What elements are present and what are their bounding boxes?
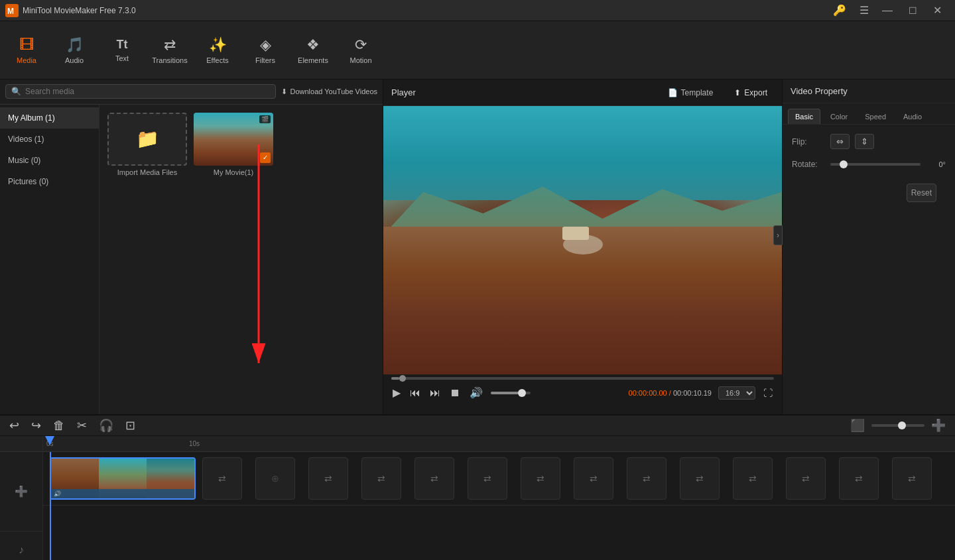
zoom-in-button[interactable]: ➕: [928, 416, 948, 435]
transition-slot-6[interactable]: ⇄: [468, 457, 507, 500]
transition-slot-14[interactable]: ⇄: [892, 457, 932, 500]
sidebar-item-pictures[interactable]: Pictures (0): [0, 171, 99, 192]
sidebar-item-my-album[interactable]: My Album (1): [0, 107, 99, 129]
rotate-slider[interactable]: [830, 163, 921, 166]
add-media-icon[interactable]: ➕: [15, 485, 28, 498]
video-frame: [383, 106, 782, 374]
toolbar-effects[interactable]: ✨ Effects: [194, 24, 241, 77]
menu-button[interactable]: ☰: [854, 0, 874, 21]
minimize-button[interactable]: —: [874, 0, 901, 21]
template-icon: 📄: [668, 88, 678, 97]
property-panel-title: Video Property: [791, 86, 848, 96]
transition-slot-13[interactable]: ⇄: [839, 457, 879, 500]
download-label: Download YouTube Videos: [290, 87, 378, 95]
fullscreen-button[interactable]: ⛶: [762, 386, 774, 400]
aspect-ratio-select[interactable]: 16:9 9:16 1:1 4:3: [718, 386, 755, 400]
toolbar-audio-label: Audio: [65, 56, 84, 64]
arrow-annotation: [219, 144, 325, 383]
time-separator: /: [667, 389, 673, 397]
transition-slot-7[interactable]: ⇄: [521, 457, 560, 500]
import-box[interactable]: 📁: [107, 113, 187, 166]
search-input[interactable]: [25, 87, 270, 96]
volume-fill: [491, 392, 519, 394]
download-youtube-button[interactable]: ⬇ Download YouTube Videos: [281, 87, 378, 96]
transition-slot-8[interactable]: ⇄: [574, 457, 613, 500]
zoom-control: ⬛ ➕: [848, 416, 948, 435]
timeline-body: ➕ ♪ 0s 10s: [0, 436, 955, 560]
ruler-tick-10s: 10s: [189, 440, 200, 447]
search-box[interactable]: 🔍: [5, 84, 276, 99]
toolbar-media-label: Media: [17, 56, 36, 64]
download-icon: ⬇: [281, 87, 287, 96]
toolbar-motion[interactable]: ⟳ Motion: [337, 24, 385, 77]
current-time: 00:00:00.00: [629, 389, 667, 397]
progress-thumb[interactable]: [399, 375, 406, 382]
clip-audio-bar: 🔊: [51, 489, 194, 498]
template-button[interactable]: 📄 Template: [661, 85, 720, 100]
skip-back-button[interactable]: ⏮: [409, 386, 422, 400]
transition-slot-11[interactable]: ⇄: [733, 457, 773, 500]
my-movie-thumb[interactable]: 🎬 ✓: [194, 113, 273, 166]
toolbar-elements[interactable]: ❖ Elements: [289, 24, 337, 77]
music-note-icon: ♪: [19, 544, 24, 556]
tab-speed[interactable]: Speed: [858, 109, 893, 124]
transition-slot-5[interactable]: ⇄: [414, 457, 454, 500]
delete-button[interactable]: 🗑: [50, 416, 68, 435]
transition-slot-2[interactable]: ⊕: [255, 457, 295, 500]
flip-row: Flip: ⇔ ⇕: [792, 134, 946, 149]
zoom-thumb[interactable]: [898, 421, 906, 429]
toolbar-filters[interactable]: ◈ Filters: [241, 24, 289, 77]
time-display: 00:00:00.00 / 00:00:10.19: [629, 389, 712, 397]
export-button[interactable]: ⬆ Export: [728, 85, 774, 100]
stop-button[interactable]: ⏹: [448, 386, 462, 400]
tab-audio[interactable]: Audio: [896, 109, 929, 124]
flip-vertical-button[interactable]: ⇕: [855, 134, 874, 149]
transition-icon-13: ⇄: [855, 473, 863, 484]
key-icon[interactable]: 🔑: [833, 4, 846, 17]
zoom-out-button[interactable]: ⬛: [848, 416, 867, 435]
import-media-item[interactable]: 📁 Import Media Files: [107, 113, 187, 176]
transition-slot-1[interactable]: ⇄: [202, 457, 242, 500]
volume-slider[interactable]: [491, 392, 531, 394]
svg-text:M: M: [7, 7, 14, 16]
flip-label: Flip:: [792, 137, 825, 146]
video-track-label: ➕: [0, 452, 42, 532]
undo-button[interactable]: ↩: [7, 416, 22, 435]
flip-horizontal-button[interactable]: ⇔: [830, 134, 850, 149]
sidebar-item-music[interactable]: Music (0): [0, 150, 99, 171]
panel-collapse-button[interactable]: ›: [773, 225, 783, 245]
video-type-badge: 🎬: [259, 115, 271, 123]
skip-forward-button[interactable]: ⏭: [428, 386, 442, 400]
tab-basic[interactable]: Basic: [788, 109, 820, 124]
split-button[interactable]: ✂: [74, 416, 90, 435]
toolbar-media[interactable]: 🎞 Media: [3, 24, 50, 77]
transition-slot-9[interactable]: ⇄: [627, 457, 667, 500]
reset-button[interactable]: Reset: [907, 184, 936, 202]
video-viewport: [383, 106, 782, 374]
play-button[interactable]: ▶: [391, 385, 402, 400]
rotate-label: Rotate:: [792, 160, 825, 169]
my-movie-item[interactable]: 🎬 ✓ My Movie(1): [194, 113, 273, 176]
zoom-slider[interactable]: [871, 424, 924, 427]
progress-bar[interactable]: [391, 377, 774, 380]
close-button[interactable]: ✕: [925, 0, 950, 21]
redo-button[interactable]: ↪: [29, 416, 44, 435]
toolbar-audio[interactable]: 🎵 Audio: [50, 24, 98, 77]
transition-slot-12[interactable]: ⇄: [786, 457, 826, 500]
video-clip[interactable]: 🔊: [50, 457, 196, 500]
toolbar-text[interactable]: Tt Text: [98, 24, 146, 77]
transition-slot-10[interactable]: ⇄: [680, 457, 720, 500]
timeline: ↩ ↪ 🗑 ✂ 🎧 ⊡ ⬛ ➕ ➕ ♪ 0s 1: [0, 414, 955, 560]
rotate-thumb[interactable]: [840, 160, 848, 168]
toolbar-transitions[interactable]: ⇄ Transitions: [146, 24, 194, 77]
crop-button[interactable]: ⊡: [123, 416, 138, 435]
toolbar-elements-label: Elements: [298, 56, 328, 64]
tab-color[interactable]: Color: [823, 109, 855, 124]
volume-button[interactable]: 🔊: [468, 385, 484, 400]
template-label: Template: [681, 88, 714, 97]
sidebar-item-videos[interactable]: Videos (1): [0, 129, 99, 150]
transition-slot-4[interactable]: ⇄: [361, 457, 401, 500]
audio-detach-button[interactable]: 🎧: [96, 416, 116, 435]
transition-slot-3[interactable]: ⇄: [308, 457, 348, 500]
maximize-button[interactable]: ☐: [901, 0, 925, 21]
